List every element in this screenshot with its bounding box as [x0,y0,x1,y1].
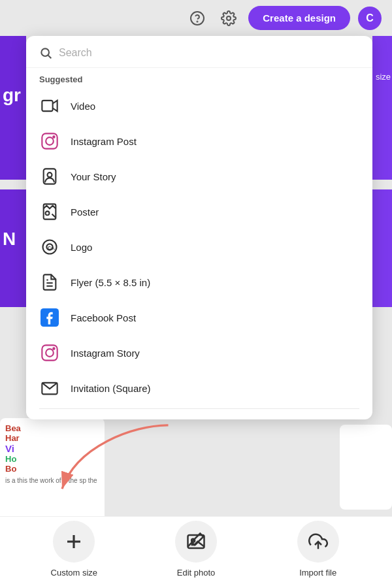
avatar[interactable]: C [358,7,382,30]
svg-point-20 [46,349,54,357]
custom-size-label: Custom size [51,568,98,578]
svg-rect-19 [42,345,57,360]
search-bar [26,36,372,68]
svg-point-21 [53,348,54,349]
instagram-post-icon [39,131,60,152]
menu-label-facebook-post: Facebook Post [71,312,136,323]
import-file-label: Import file [299,568,336,578]
edit-photo-label: Edit photo [177,568,216,578]
custom-size-button[interactable]: Custom size [13,521,135,578]
sidebar-text-size: size [376,72,391,82]
help-icon[interactable] [186,7,209,30]
card-body: is a this the work of a the sp the [5,476,99,485]
menu-label-poster: Poster [71,206,99,218]
menu-item-logo[interactable]: Co. Logo [26,229,372,265]
your-story-icon [39,166,60,187]
invitation-icon [39,378,60,399]
settings-icon[interactable] [217,7,240,30]
svg-point-8 [53,136,54,137]
menu-item-poster[interactable]: Poster [26,194,372,229]
menu-label-instagram-story: Instagram Story [71,348,140,359]
bg-purple-left-top [0,36,26,180]
top-bar: Create a design C [0,0,392,36]
svg-rect-5 [42,101,52,111]
bg-purple-right-top [372,36,392,180]
card-line3: Vi [5,443,99,454]
facebook-post-icon [39,307,60,328]
menu-item-your-story[interactable]: Your Story [26,159,372,194]
import-file-icon [297,521,339,563]
divider [39,408,359,409]
svg-point-10 [48,172,52,177]
create-design-button[interactable]: Create a design [248,6,350,30]
svg-point-12 [46,211,50,215]
card-line2: Har [5,433,99,443]
video-icon [39,95,60,116]
card-line4: Ho [5,454,99,464]
menu-label-instagram-post: Instagram Post [71,136,137,147]
search-dropdown: Suggested Video Instagram Post [26,36,372,419]
bottom-card-right [340,425,392,510]
flyer-icon [39,272,60,293]
search-icon [39,46,52,59]
svg-point-3 [41,48,49,56]
bottom-actions-bar: Custom size Edit photo Import file [0,516,392,588]
svg-point-2 [227,16,231,20]
import-file-button[interactable]: Import file [257,521,379,578]
svg-point-1 [197,21,198,22]
menu-label-logo: Logo [71,242,92,253]
svg-line-4 [48,56,52,59]
sidebar-text-n: N [3,229,16,250]
edit-photo-icon [175,521,217,563]
sidebar-text-gr: gr [3,85,21,106]
svg-text:Co.: Co. [48,246,55,250]
menu-item-facebook-post[interactable]: Facebook Post [26,300,372,335]
menu-item-invitation[interactable]: Invitation (Square) [26,370,372,406]
menu-label-flyer: Flyer (5.5 × 8.5 in) [71,277,150,288]
svg-point-7 [46,137,54,145]
menu-label-invitation: Invitation (Square) [71,383,151,394]
edit-photo-button[interactable]: Edit photo [135,521,257,578]
card-line5: Bo [5,464,99,474]
menu-item-video[interactable]: Video [26,88,372,123]
card-line1: Bea [5,423,99,433]
suggested-label: Suggested [26,68,372,88]
menu-label-video: Video [71,101,95,112]
custom-size-icon [53,521,95,563]
poster-icon [39,201,60,222]
menu-item-instagram-post[interactable]: Instagram Post [26,123,372,159]
menu-label-your-story: Your Story [71,171,116,182]
search-input[interactable] [59,47,359,59]
logo-icon: Co. [39,237,60,257]
menu-item-instagram-story[interactable]: Instagram Story [26,335,372,370]
instagram-story-icon [39,342,60,363]
bg-purple-right-mid [372,189,392,307]
svg-rect-6 [42,133,57,148]
menu-item-flyer[interactable]: Flyer (5.5 × 8.5 in) [26,265,372,300]
